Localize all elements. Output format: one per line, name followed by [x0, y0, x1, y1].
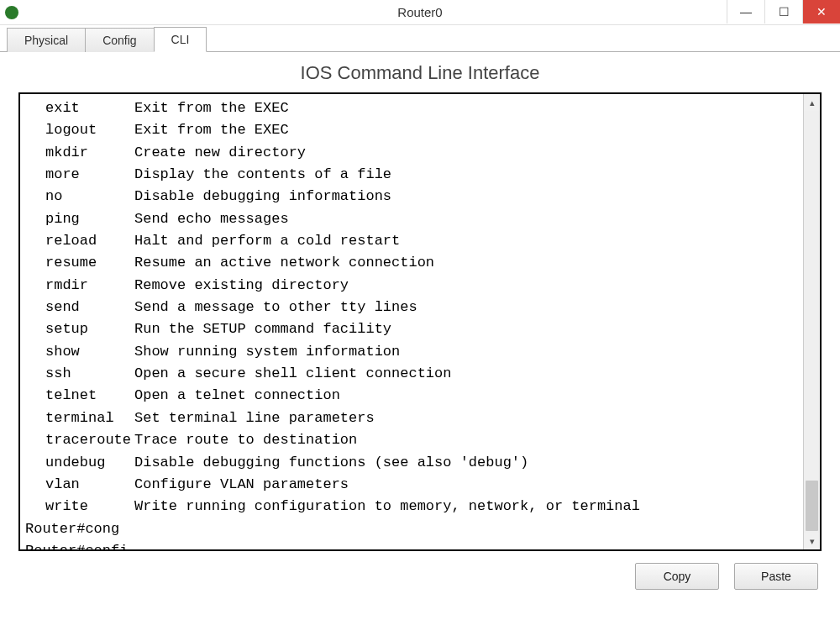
command-help-row: terminalSet terminal line parameters	[25, 407, 798, 429]
command-description: Create new directory	[134, 142, 798, 164]
window-title: Router0	[397, 5, 442, 19]
scroll-thumb[interactable]	[806, 481, 818, 531]
command-help-row: rmdirRemove existing directory	[25, 275, 798, 297]
command-description: Configure VLAN parameters	[134, 474, 798, 496]
scroll-down-arrow[interactable]: ▾	[804, 533, 820, 549]
command-help-row: vlanConfigure VLAN parameters	[25, 474, 798, 496]
cli-history-line: Router#cong	[25, 518, 798, 540]
command-name: telnet	[25, 385, 134, 407]
command-description: Disable debugging functions (see also 'd…	[134, 452, 798, 474]
command-name: setup	[25, 318, 134, 340]
command-help-row: telnetOpen a telnet connection	[25, 385, 798, 407]
command-description: Exit from the EXEC	[134, 119, 798, 141]
window-controls: — ☐ ✕	[727, 0, 840, 25]
command-name: show	[25, 341, 134, 363]
close-button[interactable]: ✕	[802, 0, 840, 24]
command-help-row: moreDisplay the contents of a file	[25, 164, 798, 186]
command-name: rmdir	[25, 275, 134, 297]
command-help-row: showShow running system information	[25, 341, 798, 363]
command-name: exit	[25, 97, 134, 119]
command-help-row: reloadHalt and perform a cold restart	[25, 230, 798, 252]
terminal-container: exitExit from the EXEClogoutExit from th…	[18, 92, 822, 551]
command-description: Halt and perform a cold restart	[134, 230, 798, 252]
command-help-row: tracerouteTrace route to destination	[25, 429, 798, 451]
command-description: Trace route to destination	[134, 429, 798, 451]
command-name: no	[25, 186, 134, 208]
command-description: Remove existing directory	[134, 275, 798, 297]
terminal-scrollbar[interactable]: ▴ ▾	[803, 94, 820, 549]
command-description: Open a secure shell client connection	[134, 363, 798, 385]
command-description: Run the SETUP command facility	[134, 318, 798, 340]
tab-bar: Physical Config CLI	[0, 25, 840, 52]
command-help-row: exitExit from the EXEC	[25, 97, 798, 119]
tab-physical[interactable]: Physical	[7, 28, 86, 52]
tab-config[interactable]: Config	[85, 28, 154, 52]
command-name: ping	[25, 208, 134, 230]
command-help-row: undebugDisable debugging functions (see …	[25, 452, 798, 474]
command-description: Write running configuration to memory, n…	[134, 496, 798, 518]
command-help-row: logoutExit from the EXEC	[25, 119, 798, 141]
minimize-button[interactable]: —	[727, 0, 764, 24]
command-help-row: mkdirCreate new directory	[25, 142, 798, 164]
copy-button[interactable]: Copy	[635, 563, 719, 590]
command-description: Show running system information	[134, 341, 798, 363]
command-name: terminal	[25, 407, 134, 429]
command-name: mkdir	[25, 142, 134, 164]
paste-button[interactable]: Paste	[734, 563, 818, 590]
command-name: more	[25, 164, 134, 186]
command-name: send	[25, 297, 134, 318]
command-description: Display the contents of a file	[134, 164, 798, 186]
command-name: resume	[25, 252, 134, 274]
command-description: Set terminal line parameters	[134, 407, 798, 429]
command-help-row: sshOpen a secure shell client connection	[25, 363, 798, 385]
button-row: Copy Paste	[0, 551, 840, 590]
command-name: ssh	[25, 363, 134, 385]
command-help-row: setupRun the SETUP command facility	[25, 318, 798, 340]
titlebar: Router0 — ☐ ✕	[0, 0, 840, 25]
command-name: logout	[25, 119, 134, 141]
command-name: reload	[25, 230, 134, 252]
command-description: Resume an active network connection	[134, 252, 798, 274]
panel-title: IOS Command Line Interface	[0, 52, 840, 92]
cli-history-line: Router#confi	[25, 540, 798, 549]
command-help-row: noDisable debugging informations	[25, 186, 798, 208]
command-help-row: writeWrite running configuration to memo…	[25, 496, 798, 518]
maximize-button[interactable]: ☐	[764, 0, 802, 24]
command-description: Open a telnet connection	[134, 385, 798, 407]
command-description: Send echo messages	[134, 208, 798, 230]
app-icon	[5, 6, 18, 19]
command-name: write	[25, 496, 134, 518]
tab-cli[interactable]: CLI	[154, 27, 207, 52]
command-help-row: pingSend echo messages	[25, 208, 798, 230]
scroll-up-arrow[interactable]: ▴	[804, 94, 820, 111]
command-help-row: resumeResume an active network connectio…	[25, 252, 798, 274]
command-description: Exit from the EXEC	[134, 97, 798, 119]
command-help-row: sendSend a message to other tty lines	[25, 297, 798, 318]
command-name: traceroute	[25, 429, 134, 451]
cli-terminal[interactable]: exitExit from the EXEClogoutExit from th…	[20, 94, 803, 549]
command-description: Disable debugging informations	[134, 186, 798, 208]
command-name: undebug	[25, 452, 134, 474]
command-name: vlan	[25, 474, 134, 496]
command-description: Send a message to other tty lines	[134, 297, 798, 318]
